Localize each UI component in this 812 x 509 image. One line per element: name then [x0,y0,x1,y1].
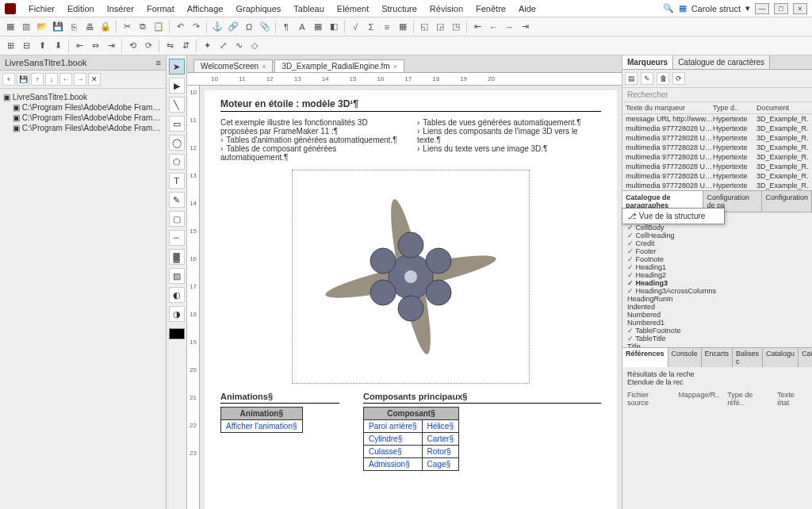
menu-tableau[interactable]: Tableau [287,4,331,13]
grid-icon[interactable]: ▦ [396,20,410,34]
close-icon[interactable]: × [393,63,397,71]
scale-icon[interactable]: ⤢ [216,39,230,53]
para-item[interactable]: Heading1 [627,263,807,271]
comp-link[interactable]: Culasse§ [369,447,402,456]
nav-prev-icon[interactable]: ← [486,20,500,34]
menu-insérer[interactable]: Insérer [101,4,140,13]
bright-tool[interactable]: ◐ [169,287,185,303]
color-tool[interactable]: ◑ [169,306,185,322]
menu-format[interactable]: Format [140,4,181,13]
print-icon[interactable]: 🖶 [82,20,97,34]
attach-icon[interactable]: 📎 [258,20,272,34]
para-icon[interactable]: ¶ [279,20,293,34]
marker-refresh-icon[interactable]: ⟳ [672,72,685,85]
para-item[interactable]: TableTitle [627,335,807,343]
image-frame[interactable] [292,170,530,384]
flip-h-icon[interactable]: ⇋ [163,39,177,53]
nav-next-icon[interactable]: → [502,20,516,34]
maximize-button[interactable]: □ [774,3,788,14]
flip-v-icon[interactable]: ⇵ [178,39,193,53]
cut-icon[interactable]: ✂ [120,20,134,34]
align-l-icon[interactable]: ⇤ [72,39,86,53]
user-name[interactable]: Carole struct [691,4,741,13]
align-c-icon[interactable]: ⇔ [88,39,102,53]
symbol-icon[interactable]: Ω [242,20,256,34]
marker-row[interactable]: multimedia 977728028 U3D parts 104..Hype… [622,152,812,162]
oval-tool[interactable]: ◯ [169,135,185,151]
bottom-tab[interactable]: Catalogu [799,348,812,367]
back-icon[interactable]: ⬇ [51,39,65,53]
align-r-icon[interactable]: ⇥ [104,39,118,53]
book-add-icon[interactable]: + [2,73,15,86]
marker-row[interactable]: multimedia 977728028 U3D parts 03 -..Hyp… [622,133,812,143]
sigma-icon[interactable]: Σ [364,20,378,34]
paste-icon[interactable]: 📋 [151,20,166,34]
reshape-icon[interactable]: ◇ [247,39,262,53]
fill-tool[interactable]: ▓ [169,249,185,265]
list-icon[interactable]: ≡ [380,20,394,34]
para-item[interactable]: Credit [627,239,807,247]
view1-icon[interactable]: ◱ [417,20,431,34]
polygon-tool[interactable]: ⬠ [169,154,185,170]
tree-item[interactable]: ▣ C:\Program Files\Adobe\Adobe FrameMake… [3,123,163,133]
menu-aide[interactable]: Aide [512,4,542,13]
menu-edition[interactable]: Edition [61,4,101,13]
para-item[interactable]: Footer [627,247,807,255]
panel-menu-icon[interactable]: ≡ [156,58,161,67]
comp-link[interactable]: Cage§ [427,460,450,469]
tree-root[interactable]: ▣ LivreSansTitre1.book [3,92,163,102]
menu-structure[interactable]: Structure [375,4,423,13]
menu-révision[interactable]: Révision [423,4,469,13]
redo-icon[interactable]: ↷ [189,20,203,34]
rotate-r-icon[interactable]: ⟳ [141,39,155,53]
comp-link[interactable]: Paroi arrière§ [369,422,417,431]
doc-tab-3d[interactable]: 3D_Example_RadialEngine.fm× [274,59,404,72]
book-right-icon[interactable]: → [74,73,86,86]
link-icon[interactable]: 🔗 [226,20,240,34]
nav-last-icon[interactable]: ⇥ [518,20,532,34]
tab-char-catalog[interactable]: Catalogue de caractères [673,55,770,69]
color-swatch[interactable] [169,328,185,339]
tree-item[interactable]: ▣ C:\Program Files\Adobe\Adobe FrameMake… [3,113,163,123]
freehand-tool[interactable]: ✎ [169,192,185,208]
marker-row[interactable]: multimedia 977728028 U3D parts 65 -..Hyp… [622,171,812,181]
user-chevron-icon[interactable]: ▾ [745,3,750,13]
undo-icon[interactable]: ↶ [173,20,187,34]
book-left-icon[interactable]: ← [59,73,72,86]
new-doc-icon[interactable]: ▥ [19,20,33,34]
object-icon[interactable]: ◧ [327,20,341,34]
save-all-icon[interactable]: ⎘ [67,20,81,34]
smooth-icon[interactable]: ∿ [232,39,246,53]
menu-elément[interactable]: Elément [331,4,375,13]
anchor-icon[interactable]: ⚓ [210,20,224,34]
group-icon[interactable]: ⊞ [3,39,17,53]
doc-tab-welcome[interactable]: WelcomeScreen× [193,59,273,72]
marker-row[interactable]: message URL http://www.plusdf.deHypertex… [622,114,812,124]
layout-icon[interactable]: ▦ [679,3,687,13]
comp-link[interactable]: Admission§ [369,460,410,469]
marker-all-icon[interactable]: ▤ [625,72,638,85]
book-save-icon[interactable]: 💾 [17,73,29,86]
book-tab[interactable]: LivreSansTitre1.book ≡ [0,55,166,71]
book-del-icon[interactable]: ✕ [88,73,101,86]
close-button[interactable]: × [793,3,807,14]
structure-view-panel[interactable]: ⎇ Vue de la structure [622,208,725,224]
equation-icon[interactable]: √ [348,20,362,34]
snap-icon[interactable]: ✦ [200,39,214,53]
para-item[interactable]: Footnote [627,255,807,263]
bottom-tab[interactable]: Balises c [733,348,763,367]
tree-item[interactable]: ▣ C:\Program Files\Adobe\Adobe FrameMake… [3,102,163,113]
menu-fichier[interactable]: Fichier [22,4,61,13]
ungroup-icon[interactable]: ⊟ [19,39,33,53]
line-tool[interactable]: ╲ [169,97,185,113]
menu-affichage[interactable]: Affichage [181,4,230,13]
book-down-icon[interactable]: ↓ [45,73,58,86]
para-item[interactable]: HeadingRunIn [627,295,807,303]
marker-row[interactable]: multimedia 977728028 U3D animatio..Hyper… [622,124,812,133]
lock-icon[interactable]: 🔒 [98,20,113,34]
copy-icon[interactable]: ⧉ [136,20,150,34]
tab-config[interactable]: Configuration [762,191,812,212]
minimize-button[interactable]: — [755,3,769,14]
menu-fenêtre[interactable]: Fenêtre [469,4,512,13]
rotate-l-icon[interactable]: ⟲ [125,39,140,53]
